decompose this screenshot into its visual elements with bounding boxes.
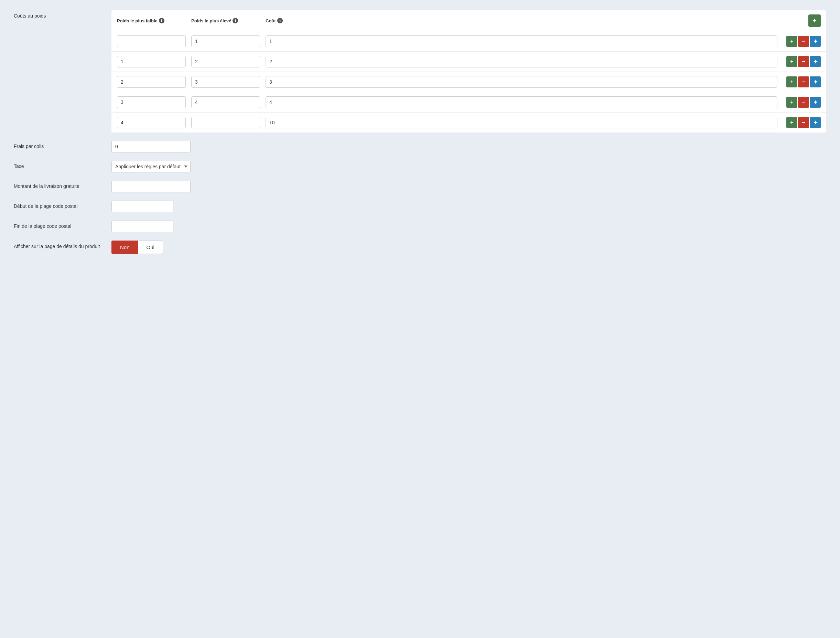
debut-code-postal-section: Début de la plage code postal: [14, 201, 826, 212]
fin-code-postal-input[interactable]: [111, 220, 174, 232]
frais-par-colis-input[interactable]: [111, 141, 191, 152]
col-header-high: Poids le plus élevé ℹ: [191, 18, 260, 24]
high-input-3[interactable]: [191, 76, 260, 88]
copy-row-4-button[interactable]: ✦: [810, 97, 821, 108]
weight-table-header: Poids le plus faible ℹ Poids le plus éle…: [111, 10, 826, 31]
weight-row: + − ✦: [111, 72, 826, 92]
copy-row-2-button[interactable]: ✦: [810, 56, 821, 67]
fin-code-postal-section: Fin de la plage code postal: [14, 220, 826, 232]
col-high-5: [191, 117, 260, 128]
couts-au-poids-label: Coûts au poids: [14, 10, 103, 19]
add-row-top-button[interactable]: +: [808, 14, 821, 27]
fin-code-postal-label: Fin de la plage code postal: [14, 220, 103, 229]
copy-row-3-button[interactable]: ✦: [810, 76, 821, 87]
col-cost-4: [265, 97, 777, 108]
col-high-4: [191, 97, 260, 108]
afficher-page-section: Afficher sur la page de détails du produ…: [14, 241, 826, 254]
col-high-1: [191, 35, 260, 47]
cost-input-4[interactable]: [265, 97, 777, 108]
cost-input-2[interactable]: [265, 56, 777, 67]
col-high-2: [191, 56, 260, 67]
copy-row-5-button[interactable]: ✦: [810, 117, 821, 128]
weight-table-container: Poids le plus faible ℹ Poids le plus éle…: [111, 10, 826, 133]
afficher-page-label: Afficher sur la page de détails du produ…: [14, 241, 103, 250]
taxe-label: Taxe: [14, 161, 103, 169]
low-input-2[interactable]: [117, 56, 186, 67]
frais-par-colis-input-col: [111, 141, 826, 152]
col-cost-5: [265, 117, 777, 128]
taxe-section: Taxe Appliquer les règles par défaut Auc…: [14, 161, 826, 173]
info-icon-low[interactable]: ℹ: [159, 18, 164, 24]
header-actions: +: [783, 14, 821, 27]
row-actions-4: + − ✦: [783, 97, 821, 108]
row-actions-1: + − ✦: [783, 36, 821, 47]
col-low-1: [117, 35, 186, 47]
col-cost-2: [265, 56, 777, 67]
remove-row-5-button[interactable]: −: [798, 117, 809, 128]
debut-code-postal-input[interactable]: [111, 201, 174, 212]
info-icon-high[interactable]: ℹ: [232, 18, 238, 24]
toggle-oui-button[interactable]: Oui: [138, 241, 163, 254]
couts-au-poids-section: Coûts au poids Poids le plus faible ℹ Po…: [14, 10, 826, 133]
col-header-cost: Coût ℹ: [265, 18, 777, 24]
remove-row-4-button[interactable]: −: [798, 97, 809, 108]
low-input-3[interactable]: [117, 76, 186, 88]
low-input-1[interactable]: [117, 35, 186, 47]
weight-row: + − ✦: [111, 52, 826, 72]
col-low-2: [117, 56, 186, 67]
col-low-4: [117, 97, 186, 108]
montant-livraison-label: Montant de la livraison gratuite: [14, 180, 103, 189]
col-header-low: Poids le plus faible ℹ: [117, 18, 186, 24]
cost-input-1[interactable]: [265, 35, 777, 47]
add-row-5-button[interactable]: +: [786, 117, 797, 128]
cost-input-5[interactable]: [265, 117, 777, 128]
taxe-input-col: Appliquer les règles par défaut Aucune t…: [111, 161, 826, 173]
high-input-2[interactable]: [191, 56, 260, 67]
high-input-1[interactable]: [191, 35, 260, 47]
col-low-5: [117, 117, 186, 128]
taxe-select[interactable]: Appliquer les règles par défaut Aucune t…: [111, 161, 191, 173]
page-container: Coûts au poids Poids le plus faible ℹ Po…: [0, 7, 840, 266]
weight-row: + − ✦: [111, 31, 826, 52]
toggle-group: Non Oui: [111, 241, 826, 254]
row-actions-5: + − ✦: [783, 117, 821, 128]
col-high-3: [191, 76, 260, 88]
toggle-non-button[interactable]: Non: [111, 241, 138, 254]
col-low-3: [117, 76, 186, 88]
add-row-1-button[interactable]: +: [786, 36, 797, 47]
debut-code-postal-input-col: [111, 201, 826, 212]
add-row-4-button[interactable]: +: [786, 97, 797, 108]
low-input-4[interactable]: [117, 97, 186, 108]
info-icon-cost[interactable]: ℹ: [277, 18, 283, 24]
weight-row: + − ✦: [111, 112, 826, 133]
frais-par-colis-section: Frais par colis: [14, 141, 826, 152]
afficher-page-input-col: Non Oui: [111, 241, 826, 254]
add-row-2-button[interactable]: +: [786, 56, 797, 67]
col-cost-3: [265, 76, 777, 88]
high-input-4[interactable]: [191, 97, 260, 108]
cost-input-3[interactable]: [265, 76, 777, 88]
high-input-5[interactable]: [191, 117, 260, 128]
montant-livraison-input[interactable]: [111, 180, 191, 192]
remove-row-1-button[interactable]: −: [798, 36, 809, 47]
copy-row-1-button[interactable]: ✦: [810, 36, 821, 47]
frais-par-colis-label: Frais par colis: [14, 141, 103, 149]
weight-row: + − ✦: [111, 92, 826, 112]
low-input-5[interactable]: [117, 117, 186, 128]
row-actions-2: + − ✦: [783, 56, 821, 67]
row-actions-3: + − ✦: [783, 76, 821, 87]
col-cost-1: [265, 35, 777, 47]
weight-table: Poids le plus faible ℹ Poids le plus éle…: [111, 10, 826, 133]
remove-row-3-button[interactable]: −: [798, 76, 809, 87]
debut-code-postal-label: Début de la plage code postal: [14, 201, 103, 209]
remove-row-2-button[interactable]: −: [798, 56, 809, 67]
add-row-3-button[interactable]: +: [786, 76, 797, 87]
montant-livraison-input-col: [111, 180, 826, 192]
montant-livraison-section: Montant de la livraison gratuite: [14, 180, 826, 192]
fin-code-postal-input-col: [111, 220, 826, 232]
